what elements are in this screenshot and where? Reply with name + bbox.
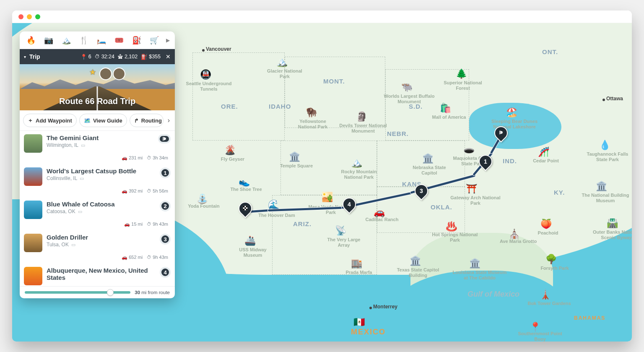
poi: Outer Banks National Scenic Byway [589,229,632,240]
waypoint-title: Blue Whale of Catoosa [47,201,156,208]
state-ariz: ARIZ. [293,220,312,227]
city-dot [602,99,605,101]
poi: USS Midway Museum [232,247,274,258]
svg-rect-2 [246,206,247,207]
routing-button[interactable]: ↱Routing [130,114,164,127]
country-bahamas: BAHAMAS [574,315,605,321]
route-icon: ↱ [134,117,139,124]
waypoint-thumb [24,267,42,285]
leg-stats: 🚗 15 mi⏱ 9h 43m [24,219,171,229]
state-ore: ORE. [221,103,238,110]
category-shopping-icon[interactable]: 🛒 [145,36,163,45]
waypoint-thumb [24,234,42,252]
waypoint-location: Catoosa, OK▭ [47,209,156,214]
svg-rect-5 [246,209,247,210]
avatar[interactable] [113,68,125,80]
stat-distance: 🛣2,102 [118,54,138,60]
waypoint-location: Wilmington, IL▭ [47,142,154,148]
waypoint-location: Collinsville, IL▭ [47,175,156,181]
waypoint-title: Golden Driller [47,234,156,241]
poi: Fly Geyser [216,156,249,162]
stat-time: ⏱32:24 [95,54,114,60]
waypoint-item[interactable]: The Gemini Giant Wilmington, IL▭ 🚗 231 m… [20,131,175,164]
window-minimize-button[interactable] [27,14,32,19]
poi: Seattle Underground Tunnels [186,81,232,91]
distance-slider[interactable] [25,291,130,294]
poi: The Shoe Tree [225,187,267,192]
city-monterrey: Monterrey [373,304,397,310]
slider-label: 30 mi from route [135,290,170,295]
trip-panel: 🔥 📷 🏔️ 🍴 🛏️ 🎟️ ⛽ 🛒 ▶ ▾ Trip 📍6 ⏱32:24 🛣2… [20,31,175,298]
plus-icon: ＋ [28,117,33,124]
book-icon: ▭ [78,209,82,214]
add-waypoint-button[interactable]: ＋Add Waypoint [23,114,77,127]
waypoint-badge: 3 [160,234,171,245]
waypoint-badge-start [158,134,171,143]
category-sights-icon[interactable]: 📷 [40,36,57,45]
category-fuel-icon[interactable]: ⛽ [128,36,145,45]
poi: Bok Tower Gardens [526,301,572,306]
window-zoom-button[interactable] [35,14,40,19]
waypoint-item[interactable]: World's Largest Catsup Bottle Collinsvil… [20,164,175,197]
poi: Temple Square [275,163,317,169]
waypoint-thumb [24,201,42,219]
poi: Prada Marfa [340,270,378,275]
poi: Nebraska State Capitol [406,165,452,175]
trip-actions: ＋Add Waypoint 🗺️View Guide ↱Routing › [20,110,175,131]
waypoint-badge: 4 [160,267,171,278]
poi: Hot Springs National Park [430,232,480,242]
trip-title: Route 66 Road Trip [59,96,135,106]
svg-rect-3 [244,207,246,209]
poi: Cedar Point [527,158,565,164]
state-ky: KY. [554,189,565,196]
poi: Devils Tower National Monument [336,123,390,133]
category-entertainment-icon[interactable]: 🎟️ [110,36,128,45]
category-nature-icon[interactable]: 🏔️ [57,36,75,45]
country-mexico: MEXICO [351,328,386,336]
waypoint-item[interactable]: Albuquerque, New Mexico, United States 4 [20,263,175,286]
poi: The National Building Museum [578,193,632,203]
book-icon: ▭ [81,143,85,148]
waypoint-title: The Gemini Giant [47,134,154,141]
view-guide-button[interactable]: 🗺️View Guide [79,114,127,127]
state-ont: ONT. [542,48,558,55]
category-food-icon[interactable]: 🍴 [75,36,93,45]
waypoint-item[interactable]: Golden Driller Tulsa, OK▭ 3 🚗 652 mi⏱ 9h… [20,230,175,263]
poi: Yoda Fountain [185,203,223,209]
waypoint-thumb [24,134,42,153]
waypoint-title: Albuquerque, New Mexico, United States [47,267,156,281]
state-ind: IND. [503,157,517,164]
app-window: ORE. IDAHO MONT. S.D. NEBR. KANS. OKLA. … [12,10,632,342]
category-lodging-icon[interactable]: 🛏️ [93,36,110,45]
state-idaho: IDAHO [269,103,291,110]
waypoint-thumb [24,167,42,186]
poi: Peachoid [531,230,565,236]
category-camping-icon[interactable]: 🔥 [22,36,40,45]
avatar[interactable] [99,68,112,80]
chevron-right-icon[interactable]: › [166,117,171,124]
waypoint-location: Tulsa, OK▭ [47,242,156,248]
book-icon: ▭ [80,176,84,181]
poi: Louisiana State Museum at The Cabildo [452,270,507,280]
category-toolbar: 🔥 📷 🏔️ 🍴 🛏️ 🎟️ ⛽ 🛒 ▶ [20,31,175,49]
category-more-icon[interactable]: ▶ [163,37,172,43]
map-icon: 🗺️ [84,117,91,124]
city-dot [369,307,372,309]
svg-rect-4 [243,209,244,210]
waypoint-item[interactable]: Blue Whale of Catoosa Catoosa, OK▭ 2 🚗 1… [20,197,175,230]
city-dot [202,49,205,52]
poi: Forsyth Park [534,266,576,271]
slider-knob[interactable] [107,289,114,296]
poi: Mall of America [428,115,470,120]
trip-hero: ★ Route 66 Road Trip [20,64,175,110]
poi: Worlds Largest Buffalo Monument [382,94,436,104]
trip-header[interactable]: ▾ Trip 📍6 ⏱32:24 🛣2,102 ⛽$355 ✕ [20,49,175,64]
star-icon[interactable]: ★ [89,68,96,77]
city-vancouver: Vancouver [206,46,231,52]
window-close-button[interactable] [18,14,23,19]
close-icon[interactable]: ✕ [166,53,171,60]
leg-stats: 🚗 392 mi⏱ 5h 56m [24,186,171,196]
poi: The Very Large Array [321,237,367,248]
waypoint-title: World's Largest Catsup Bottle [47,167,156,175]
caret-down-icon: ▾ [24,55,26,59]
